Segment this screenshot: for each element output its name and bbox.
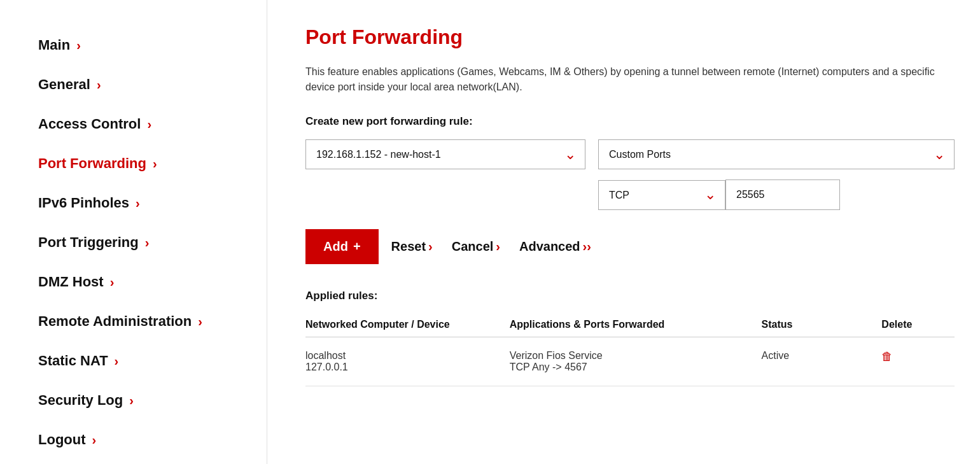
cell-delete[interactable]: 🗑 [881,337,955,386]
sidebar-item-static-nat[interactable]: Static NAT › [38,341,248,381]
add-button-label: Add [323,239,348,254]
sidebar-item-port-forwarding[interactable]: Port Forwarding › [38,144,248,183]
cell-apps: Verizon Fios Service TCP Any -> 4567 [510,337,762,386]
advanced-label: Advanced [519,239,580,254]
sidebar-item-main[interactable]: Main › [38,25,248,65]
sidebar-item-label: Remote Administration [38,313,192,330]
chevron-right-icon: › [92,433,97,447]
chevron-right-icon: › [147,117,151,132]
protocol-select-wrapper[interactable]: TCP UDP TCP/UDP ⌄ [598,180,725,210]
cell-status: Active [762,337,882,386]
chevron-right-icon: › [198,314,202,329]
sidebar-item-label: Port Triggering [38,234,139,251]
page-title: Port Forwarding [305,25,955,49]
chevron-right-icon: › [145,236,150,250]
sidebar-item-access-control[interactable]: Access Control › [38,104,248,144]
table-row: localhost 127.0.0.1 Verizon Fios Service… [305,337,955,386]
sidebar-item-general[interactable]: General › [38,65,248,104]
reset-label: Reset [391,239,426,254]
sidebar-item-label: General [38,76,90,93]
sidebar-item-security-log[interactable]: Security Log › [38,381,248,420]
reset-chevron-icon: › [428,239,433,254]
host-select[interactable]: 192.168.1.152 - new-host-1 [306,140,585,169]
sidebar-item-label: IPv6 Pinholes [38,195,129,211]
sidebar-item-label: Security Log [38,392,123,409]
sidebar-item-port-triggering[interactable]: Port Triggering › [38,223,248,262]
sidebar-item-label: Logout [38,432,86,448]
action-row: Add + Reset › Cancel › Advanced ›› [305,229,955,264]
rules-table: Networked Computer / Device Applications… [305,313,955,386]
form-row-right: Custom Ports ⌄ TCP UDP TCP/UDP ⌄ [598,139,955,210]
app-ports: TCP Any -> 4567 [510,362,587,372]
sidebar-item-label: Main [38,37,70,53]
chevron-right-icon: › [136,196,140,211]
cancel-chevron-icon: › [496,239,500,254]
device-name: localhost [305,350,346,361]
protocol-port-row: TCP UDP TCP/UDP ⌄ [598,179,955,210]
col-status: Status [762,313,882,337]
port-input[interactable] [725,179,840,210]
app-name: Verizon Fios Service [510,350,603,361]
chevron-right-icon: › [97,78,101,92]
sidebar-item-label: Static NAT [38,353,108,369]
table-header-row: Networked Computer / Device Applications… [305,313,955,337]
cell-device: localhost 127.0.0.1 [305,337,510,386]
col-device: Networked Computer / Device [305,313,510,337]
add-button[interactable]: Add + [305,229,379,264]
status-badge: Active [762,350,790,361]
sidebar-item-ipv6-pinholes[interactable]: IPv6 Pinholes › [38,183,248,223]
chevron-right-icon: › [76,38,81,53]
applied-rules-label: Applied rules: [305,290,955,302]
sidebar-item-remote-administration[interactable]: Remote Administration › [38,302,248,341]
page-description: This feature enables applications (Games… [305,64,942,95]
advanced-button[interactable]: Advanced ›› [519,239,591,254]
ports-select[interactable]: Custom Ports [599,140,954,169]
sidebar-item-label: DMZ Host [38,274,104,290]
protocol-select[interactable]: TCP UDP TCP/UDP [599,181,725,209]
sidebar-item-label: Port Forwarding [38,155,146,172]
cancel-label: Cancel [452,239,494,254]
col-delete: Delete [881,313,955,337]
form-row: 192.168.1.152 - new-host-1 ⌄ Custom Port… [305,139,955,210]
reset-button[interactable]: Reset › [391,239,433,254]
device-ip: 127.0.0.1 [305,362,348,372]
sidebar-item-dmz-host[interactable]: DMZ Host › [38,262,248,302]
main-content: Port Forwarding This feature enables app… [267,0,980,464]
sidebar: Main › General › Access Control › Port F… [0,0,267,464]
host-select-wrapper[interactable]: 192.168.1.152 - new-host-1 ⌄ [305,139,585,169]
plus-icon: + [353,239,361,254]
chevron-right-icon: › [129,393,134,408]
advanced-chevron-icon: ›› [583,239,591,254]
col-apps: Applications & Ports Forwarded [510,313,762,337]
sidebar-item-logout[interactable]: Logout › [38,420,248,460]
chevron-right-icon: › [110,275,115,290]
create-rule-label: Create new port forwarding rule: [305,115,955,128]
ports-select-wrapper[interactable]: Custom Ports ⌄ [598,139,955,169]
sidebar-item-label: Access Control [38,116,141,132]
chevron-right-icon: › [153,157,157,171]
delete-icon[interactable]: 🗑 [881,350,893,363]
chevron-right-icon: › [115,354,119,369]
cancel-button[interactable]: Cancel › [452,239,500,254]
